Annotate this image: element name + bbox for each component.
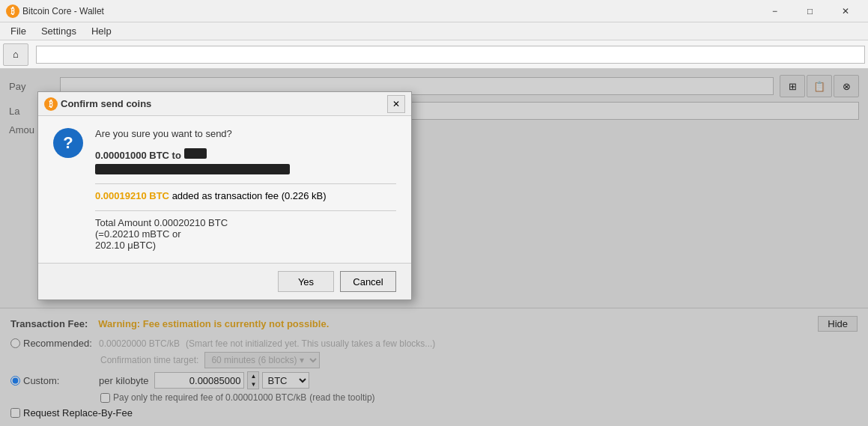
yes-button[interactable]: Yes — [278, 271, 334, 292]
total-line3: 202.10 μBTC) — [95, 240, 396, 251]
home-button[interactable]: ⌂ — [3, 43, 28, 66]
close-button[interactable]: ✕ — [828, 0, 862, 22]
app-title: Bitcoin Core - Wallet — [22, 6, 758, 16]
dialog-btc-icon: ₿ — [44, 97, 58, 111]
main-content: Pay ⊞ 📋 ⊗ La Amou Tr — [0, 69, 868, 426]
cancel-button[interactable]: Cancel — [340, 271, 396, 292]
dialog-close-button[interactable]: ✕ — [387, 95, 405, 113]
home-icon: ⌂ — [13, 49, 19, 60]
menu-help[interactable]: Help — [84, 22, 119, 40]
menu-settings[interactable]: Settings — [34, 22, 84, 40]
menubar: File Settings Help — [0, 22, 868, 40]
window-controls: − □ ✕ — [758, 0, 862, 22]
dialog-amount: 0.00001000 BTC to — [95, 148, 396, 161]
recipient-redacted-1 — [184, 148, 207, 159]
dialog-footer: Yes Cancel — [38, 263, 411, 299]
total-line2: (=0.20210 mBTC or — [95, 228, 396, 240]
dialog-fee-line: 0.00019210 BTC added as transaction fee … — [95, 183, 396, 201]
dialog-fee-text: added as transaction fee (0.226 kB) — [172, 190, 327, 201]
app-icon: ₿ — [6, 4, 19, 18]
menu-file[interactable]: File — [3, 22, 34, 40]
dialog-fee-amount: 0.00019210 BTC — [95, 190, 169, 201]
confirm-dialog: ₿ Confirm send coins ✕ ? Are you sure yo… — [37, 91, 412, 300]
dialog-body: ? Are you sure you want to send? 0.00001… — [38, 116, 411, 263]
dialog-title: Confirm send coins — [61, 98, 387, 109]
toolbar: ⌂ — [0, 40, 868, 69]
dialog-titlebar: ₿ Confirm send coins ✕ — [38, 92, 411, 116]
recipient-address-redacted — [95, 164, 290, 174]
total-line1: Total Amount 0.00020210 BTC — [95, 217, 396, 228]
dialog-content: Are you sure you want to send? 0.0000100… — [95, 128, 396, 251]
question-icon: ? — [53, 128, 83, 158]
titlebar: ₿ Bitcoin Core - Wallet − □ ✕ — [0, 0, 868, 22]
maximize-button[interactable]: □ — [793, 0, 827, 22]
minimize-button[interactable]: − — [758, 0, 792, 22]
dialog-question: Are you sure you want to send? — [95, 128, 396, 139]
dialog-total: Total Amount 0.00020210 BTC (=0.20210 mB… — [95, 217, 396, 251]
